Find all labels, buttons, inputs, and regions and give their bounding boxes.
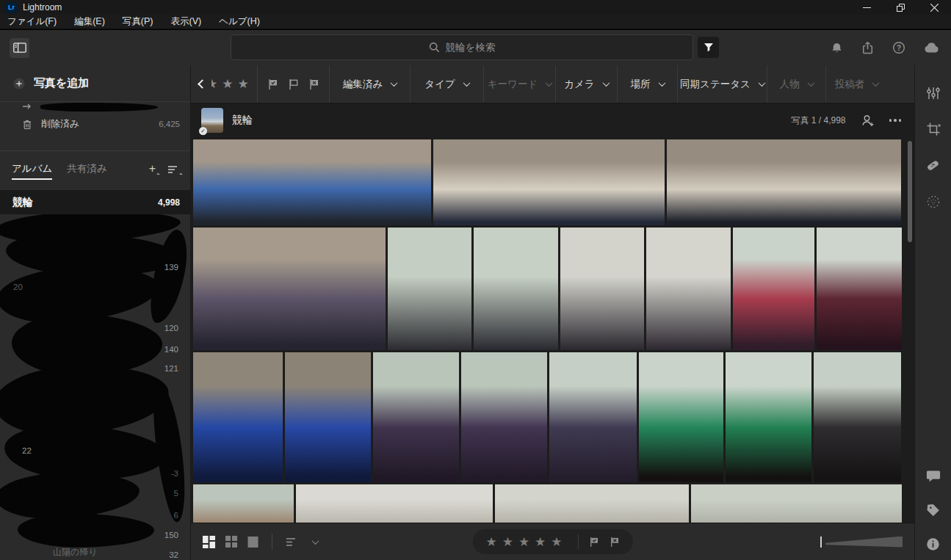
menu-edit[interactable]: 編集(E) [74, 15, 105, 28]
add-people-icon[interactable] [861, 114, 875, 128]
photo-thumbnail[interactable] [549, 352, 637, 482]
my-photos-panel-toggle-button[interactable] [10, 38, 29, 58]
redaction-mark [18, 512, 155, 548]
square-grid-view-icon[interactable] [225, 536, 237, 548]
keyword-tag-icon[interactable] [926, 503, 941, 517]
chevron-down-icon [391, 79, 398, 87]
star-rating-control[interactable]: ★★★★★ [485, 534, 567, 550]
comments-icon[interactable] [926, 470, 941, 483]
more-options-icon[interactable] [889, 119, 902, 122]
create-album-button[interactable]: + [149, 164, 156, 174]
filter-type-dropdown[interactable]: タイプ [410, 65, 483, 103]
filter-location-dropdown[interactable]: 場所 [617, 65, 677, 103]
chevron-down-icon[interactable] [312, 537, 319, 545]
photo-thumbnail[interactable] [193, 352, 283, 482]
single-photo-view-icon[interactable] [247, 536, 258, 548]
filter-edited-dropdown[interactable]: 編集済み [329, 65, 410, 103]
search-input[interactable]: 競輪を検索 [231, 34, 693, 60]
scroll-left-icon[interactable] [198, 79, 207, 89]
filter-bar: ★ ★ ★ [191, 65, 914, 103]
photo-thumbnail[interactable] [193, 139, 431, 225]
menu-file[interactable]: ファイル(F) [7, 15, 57, 28]
restore-button[interactable] [883, 0, 917, 15]
photo-thumbnail[interactable] [373, 352, 459, 482]
slider-track[interactable] [825, 537, 903, 548]
sidebar-item-deleted[interactable]: 削除済み 6,425 [0, 112, 190, 136]
slider-thumb[interactable] [820, 537, 822, 548]
cloud-sync-icon[interactable] [924, 43, 939, 53]
photo-thumbnail[interactable] [433, 139, 665, 225]
content-area: ★ ★ ★ [191, 65, 914, 560]
photo-thumbnail[interactable] [285, 352, 371, 482]
photo-thumbnail[interactable] [639, 352, 723, 482]
filter-label: 投稿者 [835, 78, 865, 91]
minimize-button[interactable] [850, 0, 883, 15]
healing-brush-icon[interactable] [925, 158, 941, 173]
filter-camera-dropdown[interactable]: カメラ [555, 65, 617, 103]
trash-icon [22, 119, 32, 130]
flag-pick-icon[interactable] [267, 79, 278, 90]
masking-icon[interactable] [926, 194, 941, 209]
plus-circle-icon [12, 77, 26, 90]
photo-thumbnail[interactable] [388, 228, 471, 350]
close-button[interactable] [917, 0, 951, 15]
album-item-keirin[interactable]: 競輪 4,998 [0, 190, 190, 214]
filter-keyword-dropdown[interactable]: キーワード [483, 65, 555, 103]
filter-flags[interactable] [257, 65, 329, 103]
photo-thumbnail[interactable] [560, 228, 644, 350]
photo-thumbnail[interactable] [817, 228, 902, 350]
info-icon[interactable] [926, 537, 940, 551]
menu-photo[interactable]: 写真(P) [123, 15, 153, 28]
photo-thumbnail[interactable] [646, 228, 731, 350]
photo-thumbnail[interactable] [193, 228, 386, 350]
grid-scrollbar[interactable] [908, 141, 912, 242]
album-count: 22 [22, 446, 32, 455]
chevron-down-icon [546, 79, 553, 87]
tab-shared[interactable]: 共有済み [67, 151, 106, 186]
photo-thumbnail[interactable] [495, 484, 689, 523]
add-photos-button[interactable]: 写真を追加 [0, 65, 190, 102]
tab-albums[interactable]: アルバム [12, 151, 52, 186]
album-count: 150 [164, 531, 178, 539]
album-count: 5 [174, 489, 178, 498]
menu-view[interactable]: 表示(V) [170, 15, 201, 28]
funnel-icon [704, 43, 714, 52]
notifications-bell-icon[interactable] [831, 42, 843, 54]
photo-thumbnail[interactable] [296, 484, 493, 523]
filter-people-dropdown[interactable]: 人物 [767, 65, 825, 103]
photo-thumbnail[interactable] [733, 228, 814, 350]
photo-thumbnail[interactable] [814, 352, 901, 482]
flag-reject-icon[interactable] [308, 79, 319, 90]
deleted-label: 削除済み [41, 117, 79, 131]
photo-thumbnail[interactable] [474, 228, 558, 350]
photo-thumbnail[interactable] [193, 484, 294, 523]
title-bar: Lr Lightroom [0, 0, 951, 15]
album-header: ✓ 競輪 写真 1 / 4,998 [191, 103, 914, 137]
photo-grid-row [193, 352, 914, 482]
filter-button[interactable] [698, 37, 719, 58]
menu-help[interactable]: ヘルプ(H) [219, 15, 260, 28]
filter-rating[interactable]: ★ ★ ★ [191, 65, 257, 103]
filter-contributor-dropdown[interactable]: 投稿者 [825, 65, 887, 103]
edit-sliders-icon[interactable] [926, 86, 941, 101]
star-icon: ★ [238, 76, 249, 92]
sort-albums-button[interactable] [167, 165, 178, 174]
flag-reject-icon[interactable] [610, 537, 620, 548]
thumbnail-size-slider[interactable] [820, 537, 903, 548]
flag-pick-icon[interactable] [589, 537, 599, 548]
photo-thumbnail[interactable] [691, 484, 902, 523]
photo-thumbnail[interactable] [667, 139, 901, 225]
crop-rotate-icon[interactable] [926, 122, 941, 137]
chevron-down-icon [872, 79, 880, 87]
photo-thumbnail[interactable] [461, 352, 547, 482]
help-icon[interactable]: ? [892, 41, 905, 54]
share-icon[interactable] [861, 41, 874, 54]
sidebar-item-clipped[interactable] [0, 102, 190, 112]
sort-order-icon[interactable] [286, 537, 298, 547]
filter-sync-status-dropdown[interactable]: 同期ステータス [677, 65, 767, 103]
photo-grid-view-icon[interactable] [203, 536, 215, 548]
search-icon [429, 42, 440, 53]
flag-unflagged-icon[interactable] [288, 79, 299, 90]
photo-thumbnail[interactable] [726, 352, 811, 482]
chevron-down-icon [602, 79, 610, 87]
